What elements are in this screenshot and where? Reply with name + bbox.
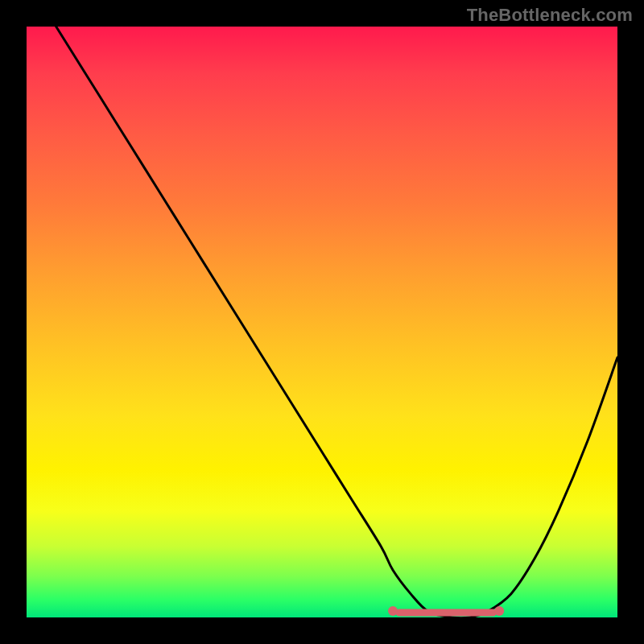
- optimal-range-dot: [388, 606, 398, 616]
- optimal-range-dot: [494, 606, 504, 616]
- bottleneck-curve: [56, 27, 617, 618]
- optimal-range-marker: [388, 606, 504, 616]
- plot-area: [27, 27, 617, 617]
- chart-frame: TheBottleneck.com: [0, 0, 644, 644]
- watermark-text: TheBottleneck.com: [467, 5, 633, 26]
- bottleneck-curve-svg: [27, 27, 617, 617]
